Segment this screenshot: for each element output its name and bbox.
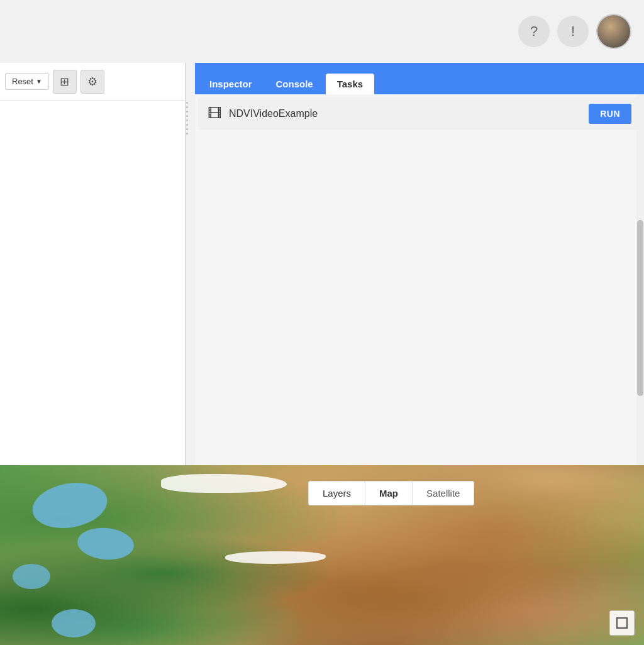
reset-label: Reset [12, 77, 33, 86]
resize-dot [186, 128, 188, 130]
left-editor-area [0, 101, 185, 519]
svg-rect-0 [617, 618, 627, 628]
fullscreen-button[interactable] [609, 610, 635, 636]
reset-dropdown-icon: ▼ [36, 78, 42, 85]
help-icon: ? [530, 23, 538, 40]
layers-button[interactable]: Layers [308, 481, 365, 505]
tab-tasks[interactable]: Tasks [326, 74, 374, 94]
map-type-map[interactable]: Map [365, 482, 412, 505]
scrollbar-track[interactable] [636, 94, 644, 465]
water-body-3 [13, 564, 50, 589]
resize-dot [186, 115, 188, 117]
fullscreen-icon [616, 617, 628, 629]
snow-area-1 [161, 474, 287, 493]
task-item: 🎞 NDVIVideoExample RUN [198, 97, 641, 130]
avatar[interactable] [596, 14, 631, 49]
help-button[interactable]: ? [518, 16, 550, 47]
reset-button[interactable]: Reset ▼ [5, 73, 49, 90]
tab-inspector[interactable]: Inspector [198, 74, 264, 94]
tasks-panel: 🎞 NDVIVideoExample RUN [195, 94, 644, 465]
map-type-satellite[interactable]: Satellite [412, 482, 474, 505]
settings-icon: ⚙ [87, 75, 97, 89]
resize-dot [186, 106, 188, 108]
feedback-button[interactable]: ! [557, 16, 589, 47]
avatar-image [597, 15, 630, 48]
snow-area-2 [225, 551, 326, 564]
resize-dot [186, 102, 188, 104]
scrollbar-thumb[interactable] [637, 220, 643, 396]
grid-icon: ⊞ [60, 75, 69, 89]
top-bar: ? ! [0, 0, 644, 63]
map-area: Layers Map Satellite [0, 465, 644, 645]
water-body-1 [29, 477, 111, 534]
map-type-group: Map Satellite [365, 481, 474, 505]
water-body-2 [76, 526, 135, 562]
water-body-4 [52, 609, 96, 637]
right-panel: Inspector Console Tasks 🎞 NDVIVideoExamp… [195, 63, 644, 465]
feedback-icon: ! [571, 23, 575, 40]
left-toolbar: Reset ▼ ⊞ ⚙ [0, 63, 185, 101]
film-icon: 🎞 [208, 106, 221, 122]
grid-button[interactable]: ⊞ [53, 70, 77, 94]
tab-bar: Inspector Console Tasks [195, 63, 644, 94]
settings-button[interactable]: ⚙ [80, 70, 104, 94]
run-button[interactable]: RUN [589, 104, 631, 124]
resize-dot [186, 133, 188, 135]
resize-dot [186, 119, 188, 121]
map-controls: Layers Map Satellite [308, 481, 474, 505]
resize-handle[interactable] [182, 63, 192, 174]
tab-console[interactable]: Console [265, 74, 325, 94]
task-name: NDVIVideoExample [229, 108, 581, 119]
resize-dot [186, 124, 188, 126]
resize-dot [186, 111, 188, 113]
